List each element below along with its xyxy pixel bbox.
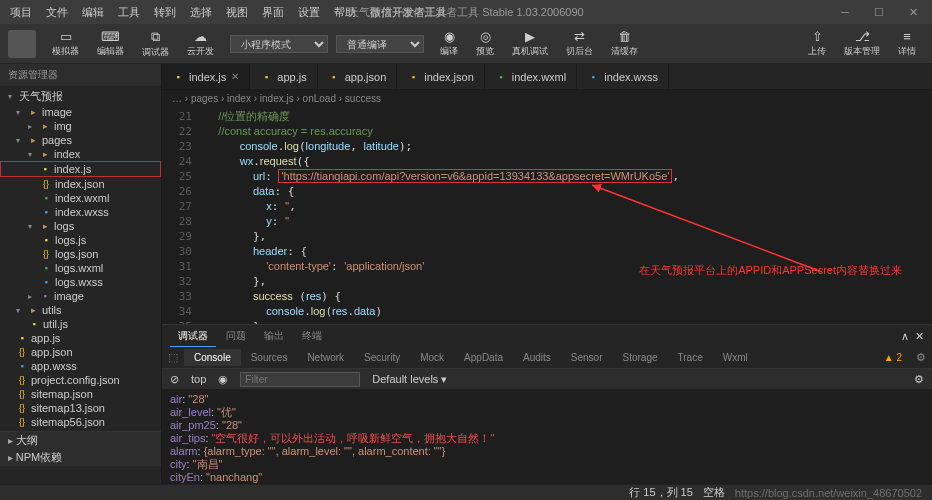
tree-folder-image[interactable]: ▾▸image [0,105,161,119]
tab-app.js[interactable]: ▪app.js [250,64,317,89]
tab-app.json[interactable]: ▪app.json [318,64,398,89]
devtab-wxml[interactable]: Wxml [713,349,758,366]
window-controls: ─ ☐ ✕ [830,3,928,22]
detail-button[interactable]: ≡详情 [890,27,924,60]
menu-转到[interactable]: 转到 [148,3,182,22]
console-output[interactable]: air: "28"air_level: "优"air_pm25: "28"air… [162,389,932,484]
tree-file-app-wxss[interactable]: ▪app.wxss [0,359,161,373]
devtab-network[interactable]: Network [297,349,354,366]
tree-file-sitemap13[interactable]: {}sitemap13.json [0,401,161,415]
console-gear-icon[interactable]: ⚙ [914,373,924,386]
tree-file-sitemap[interactable]: {}sitemap.json [0,387,161,401]
titlebar: 项目文件编辑工具转到选择视图界面设置帮助微信开发者工具 天气预报 - 微信开发者… [0,0,932,24]
compile-button[interactable]: ◉编译 [432,27,466,60]
tree-folder-index[interactable]: ▾▸index [0,147,161,161]
env-select[interactable]: 普通编译 [336,35,424,53]
status-encoding[interactable]: 空格 [703,485,725,500]
menu-编辑[interactable]: 编辑 [76,3,110,22]
remote-debug-button[interactable]: ▶真机调试 [504,27,556,60]
console-context[interactable]: top [191,373,206,385]
upload-button[interactable]: ⇧上传 [800,27,834,60]
menu-项目[interactable]: 项目 [4,3,38,22]
panel-up-icon[interactable]: ∧ [901,330,909,343]
preview-button[interactable]: ◎预览 [468,27,502,60]
devtab-sensor[interactable]: Sensor [561,349,613,366]
maximize-icon[interactable]: ☐ [864,3,894,22]
console-eye-icon[interactable]: ◉ [218,373,228,386]
tree-file-index-js[interactable]: ▪index.js [0,161,161,177]
devtools-inspect-icon[interactable]: ⬚ [162,351,184,364]
tree-root[interactable]: ▾天气预报 [0,88,161,105]
tree-file-logs-json[interactable]: {}logs.json [0,247,161,261]
console-filter-bar: ⊘ top ◉ Default levels ▾ ⚙ [162,369,932,389]
tree-folder-img[interactable]: ▸▸img [0,119,161,133]
background-button[interactable]: ⇄切后台 [558,27,601,60]
npm-section[interactable]: ▸ NPM依赖 [0,449,161,466]
devtools-tabs: ⬚ Console Sources Network Security Mock … [162,347,932,369]
debugger-button[interactable]: ⧉调试器 [134,27,177,61]
editor-button[interactable]: ⌨编辑器 [89,27,132,61]
status-position[interactable]: 行 15，列 15 [629,485,693,500]
code-editor[interactable]: 212223242526272829303132333435363738 //位… [162,107,932,324]
panel-tab-output[interactable]: 输出 [256,326,292,346]
devtab-appdata[interactable]: AppData [454,349,513,366]
tab-index.wxml[interactable]: ▪index.wxml [485,64,577,89]
tree-folder-pages[interactable]: ▾▸pages [0,133,161,147]
tree-file-util-js[interactable]: ▪util.js [0,317,161,331]
clear-cache-button[interactable]: 🗑清缓存 [603,27,646,60]
tab-index.wxss[interactable]: ▪index.wxss [577,64,669,89]
tree-file-app-json[interactable]: {}app.json [0,345,161,359]
toolbar: ▭模拟器 ⌨编辑器 ⧉调试器 ☁云开发 小程序模式 普通编译 ◉编译 ◎预览 ▶… [0,24,932,64]
devtab-console[interactable]: Console [184,349,241,366]
panel-tab-problems[interactable]: 问题 [218,326,254,346]
devtab-storage[interactable]: Storage [613,349,668,366]
code-content[interactable]: //位置的精确度 //const accuracy = res.accuracy… [200,107,932,324]
tree-file-logs-js[interactable]: ▪logs.js [0,233,161,247]
menu-选择[interactable]: 选择 [184,3,218,22]
devtools-settings-icon[interactable]: ⚙ [910,351,932,364]
devtab-security[interactable]: Security [354,349,410,366]
tree-file-sitemap56[interactable]: {}sitemap56.json [0,415,161,429]
editor-area: ▪index.js✕▪app.js▪app.json▪index.json▪in… [162,64,932,484]
tab-index.json[interactable]: ▪index.json [397,64,485,89]
menu-工具[interactable]: 工具 [112,3,146,22]
outline-section[interactable]: ▸ 大纲 [0,432,161,449]
tree-folder-logs[interactable]: ▾▸logs [0,219,161,233]
simulator-button[interactable]: ▭模拟器 [44,27,87,61]
tree-folder-image2[interactable]: ▸▪image [0,289,161,303]
tree-file-index-wxml[interactable]: ▪index.wxml [0,191,161,205]
menu-界面[interactable]: 界面 [256,3,290,22]
tree-file-project-config[interactable]: {}project.config.json [0,373,161,387]
menu-视图[interactable]: 视图 [220,3,254,22]
panel-close-icon[interactable]: ✕ [915,330,924,343]
minimize-icon[interactable]: ─ [830,3,860,22]
tree-file-index-wxss[interactable]: ▪index.wxss [0,205,161,219]
panel-tab-debugger[interactable]: 调试器 [170,326,216,347]
tab-index.js[interactable]: ▪index.js✕ [162,64,250,89]
devtab-mock[interactable]: Mock [410,349,454,366]
watermark: https://blog.csdn.net/weixin_48670502 [735,487,922,499]
console-filter-input[interactable] [240,372,360,387]
sidebar: 资源管理器 ▾天气预报 ▾▸image ▸▸img ▾▸pages ▾▸inde… [0,64,162,484]
tree-folder-utils[interactable]: ▾▸utils [0,303,161,317]
tree-file-app-js[interactable]: ▪app.js [0,331,161,345]
console-levels[interactable]: Default levels ▾ [372,373,447,386]
devtab-trace[interactable]: Trace [668,349,713,366]
devtools-warnings[interactable]: ▲ 2 [876,350,910,365]
tree-file-logs-wxss[interactable]: ▪logs.wxss [0,275,161,289]
file-tree: ▾天气预报 ▾▸image ▸▸img ▾▸pages ▾▸index ▪ind… [0,86,161,431]
close-icon[interactable]: ✕ [898,3,928,22]
tree-file-logs-wxml[interactable]: ▪logs.wxml [0,261,161,275]
cloud-button[interactable]: ☁云开发 [179,27,222,61]
panel-tab-terminal[interactable]: 终端 [294,326,330,346]
menu-文件[interactable]: 文件 [40,3,74,22]
tree-file-index-json[interactable]: {}index.json [0,177,161,191]
devtab-audits[interactable]: Audits [513,349,561,366]
devtab-sources[interactable]: Sources [241,349,298,366]
close-icon[interactable]: ✕ [231,71,239,82]
breadcrumb[interactable]: … › pages › index › index.js › onLoad › … [162,90,932,107]
console-clear-icon[interactable]: ⊘ [170,373,179,386]
menu-设置[interactable]: 设置 [292,3,326,22]
version-button[interactable]: ⎇版本管理 [836,27,888,60]
mode-select[interactable]: 小程序模式 [230,35,328,53]
